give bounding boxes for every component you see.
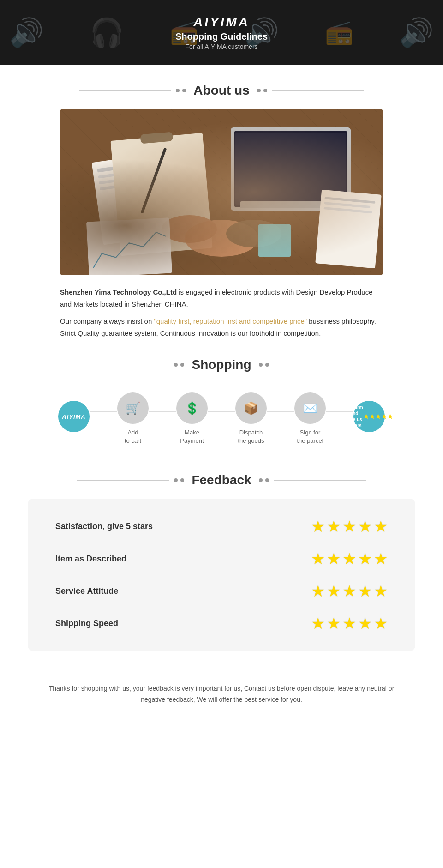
dot-8 [265, 363, 269, 367]
dot-9 [174, 478, 178, 482]
feedback-row-3: Service Attitude ★ ★ ★ ★ ★ [55, 582, 388, 600]
feedback-line-left [77, 480, 169, 481]
feedback-label-4: Shipping Speed [55, 619, 311, 628]
star-2-4: ★ [358, 549, 372, 568]
speaker-icon-4: 📻 [325, 19, 353, 46]
dot-2 [182, 89, 186, 92]
handshake-overlay [60, 109, 383, 275]
feedback-card: Satisfaction, give 5 stars ★ ★ ★ ★ ★ Ite… [28, 499, 415, 651]
feedback-stars-2: ★ ★ ★ ★ ★ [311, 549, 388, 568]
about-title: About us [193, 83, 249, 98]
star-2-1: ★ [311, 549, 325, 568]
star-2-3: ★ [342, 549, 356, 568]
star-2-5: ★ [374, 549, 388, 568]
title-line-right [272, 90, 364, 91]
connector-2 [149, 411, 176, 412]
feedback-dots-left [174, 478, 184, 482]
footer-text: Thanks for shopping with us, your feedba… [0, 669, 443, 724]
connector-4 [267, 411, 294, 412]
star-3-2: ★ [327, 582, 341, 600]
headphone-icon: 🎧 [90, 16, 124, 49]
feedback-title-wrap: Feedback [0, 473, 443, 488]
about-p2-intro: Our company always insist on [60, 317, 154, 325]
step-confirm: Confirm andgive us 5 stars ★★★ ★★ [353, 401, 385, 437]
header-content: AIYIMA Shopping Guidelines For all AIYIM… [175, 15, 268, 50]
feedback-label-1: Satisfaction, give 5 stars [55, 522, 311, 531]
shopping-dots-right [259, 363, 269, 367]
step-payment-label: MakePayment [180, 428, 204, 445]
shopping-line-left [77, 365, 169, 365]
step-brand: AIYIMA [58, 401, 90, 437]
about-title-wrap: About us [0, 83, 443, 98]
company-name: Shenzhen Yima Technology Co.,Ltd [60, 288, 177, 296]
page-header: 🔊 🎧 📻 🔊 📻 🔊 AIYIMA Shopping Guidelines F… [0, 0, 443, 65]
star-4-4: ★ [358, 614, 372, 633]
step-payment: 💲 MakePayment [176, 392, 208, 445]
about-image-inner [60, 109, 383, 275]
feedback-dots-right [259, 478, 269, 482]
feedback-content: Satisfaction, give 5 stars ★ ★ ★ ★ ★ Ite… [0, 499, 443, 669]
speaker-icon-1: 🔊 [9, 16, 44, 49]
connector-3 [208, 411, 235, 412]
feedback-stars-1: ★ ★ ★ ★ ★ [311, 517, 388, 536]
step-cart: 🛒 Addto cart [117, 392, 149, 445]
shopping-dots-left [174, 363, 184, 367]
feedback-title: Feedback [192, 473, 251, 488]
step-confirm-icon: Confirm andgive us 5 stars ★★★ ★★ [353, 401, 385, 432]
star-1-2: ★ [327, 517, 341, 536]
feedback-row-2: Item as Described ★ ★ ★ ★ ★ [55, 549, 388, 568]
connector-1 [90, 411, 117, 412]
feedback-label-3: Service Attitude [55, 586, 311, 596]
star-4-1: ★ [311, 614, 325, 633]
star-1-1: ★ [311, 517, 325, 536]
star-3-1: ★ [311, 582, 325, 600]
step-cart-icon: 🛒 [117, 392, 149, 424]
star-4-2: ★ [327, 614, 341, 633]
header-subtitle: For all AIYIMA customers [175, 43, 268, 50]
feedback-row-1: Satisfaction, give 5 stars ★ ★ ★ ★ ★ [55, 517, 388, 536]
about-quote: "quality first, reputation first and com… [154, 317, 307, 325]
dot-10 [180, 478, 184, 482]
title-dots-right [257, 89, 267, 92]
speaker-icon-5: 🔊 [399, 16, 434, 49]
shopping-steps-container: AIYIMA 🛒 Addto cart 💲 MakePayment 📦 Disp… [0, 383, 443, 454]
step-sign: ✉️ Sign forthe parcel [294, 392, 326, 445]
shopping-title-wrap: Shopping [0, 357, 443, 372]
shopping-section: Shopping AIYIMA 🛒 Addto cart 💲 MakePayme… [0, 357, 443, 454]
about-section: About us [0, 83, 443, 339]
step-cart-label: Addto cart [125, 428, 141, 445]
feedback-row-4: Shipping Speed ★ ★ ★ ★ ★ [55, 614, 388, 633]
step-dispatch: 📦 Dispatchthe goods [235, 392, 267, 445]
title-dots-left [176, 89, 186, 92]
star-1-5: ★ [374, 517, 388, 536]
dot-3 [257, 89, 261, 92]
brand-logo: AIYIMA [175, 15, 268, 30]
dot-12 [265, 478, 269, 482]
feedback-line-right [274, 480, 366, 481]
star-1-4: ★ [358, 517, 372, 536]
dot-6 [180, 363, 184, 367]
star-3-5: ★ [374, 582, 388, 600]
header-title: Shopping Guidelines [175, 31, 268, 42]
star-2-2: ★ [327, 549, 341, 568]
step-dispatch-icon: 📦 [235, 392, 267, 424]
shopping-title: Shopping [192, 357, 251, 372]
star-3-3: ★ [342, 582, 356, 600]
dot-4 [263, 89, 267, 92]
dot-5 [174, 363, 178, 367]
feedback-section: Feedback Satisfaction, give 5 stars ★ ★ … [0, 473, 443, 669]
dot-11 [259, 478, 263, 482]
step-dispatch-label: Dispatchthe goods [238, 428, 264, 445]
feedback-stars-3: ★ ★ ★ ★ ★ [311, 582, 388, 600]
dot-1 [176, 89, 180, 92]
title-line-left [79, 90, 171, 91]
step-brand-icon: AIYIMA [58, 401, 90, 432]
about-paragraph-1: Shenzhen Yima Technology Co.,Ltd is enga… [60, 286, 383, 310]
about-image [60, 109, 383, 275]
step-sign-icon: ✉️ [294, 392, 326, 424]
about-text: Shenzhen Yima Technology Co.,Ltd is enga… [60, 286, 383, 339]
star-3-4: ★ [358, 582, 372, 600]
star-4-3: ★ [342, 614, 356, 633]
step-sign-label: Sign forthe parcel [297, 428, 323, 445]
dot-7 [259, 363, 263, 367]
